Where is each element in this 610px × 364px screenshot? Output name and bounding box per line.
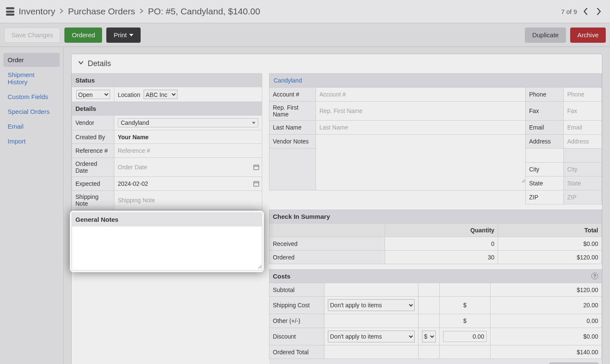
chevron-down-icon — [129, 34, 133, 36]
details-section-header[interactable]: Details — [72, 54, 602, 73]
ordered-date-label: Ordered Date — [72, 158, 114, 177]
fax-input[interactable] — [567, 107, 598, 115]
location-label: Location — [118, 91, 140, 98]
sidebar-item-import[interactable]: Import — [3, 134, 60, 148]
last-name-label: Last Name — [269, 121, 316, 135]
breadcrumb-bar: Inventory Purchase Orders PO: #5, Candyl… — [0, 0, 610, 23]
shipping-cost-label: Shipping Cost — [269, 297, 324, 314]
checkin-header: Check In Summary — [269, 210, 602, 223]
vendor-notes-textarea[interactable] — [316, 141, 525, 183]
chevron-right-icon — [139, 7, 144, 16]
action-bar: Save Changes Ordered Print Duplicate Arc… — [0, 23, 610, 47]
zip-input[interactable] — [567, 193, 598, 201]
archive-button[interactable]: Archive — [570, 28, 606, 43]
reference-input[interactable] — [118, 146, 258, 155]
apply-changes-button: Apply changes — [549, 362, 599, 364]
duplicate-button[interactable]: Duplicate — [525, 28, 566, 43]
subtotal-value: $120.00 — [490, 283, 602, 297]
city-input[interactable] — [567, 165, 598, 174]
details-subheader: Details — [72, 102, 262, 116]
email-input[interactable] — [567, 123, 598, 132]
inventory-icon — [6, 7, 14, 16]
discount-apply-select[interactable]: Don't apply to items — [328, 331, 415, 342]
expected-input[interactable] — [118, 179, 258, 188]
discount-amount-input[interactable] — [443, 331, 487, 342]
shipping-currency: $ — [439, 297, 490, 314]
general-notes-header: General Notes — [72, 213, 262, 226]
shipping-note-label: Shipping Note — [72, 191, 114, 210]
costs-header: Costs ? — [269, 270, 602, 283]
status-header: Status — [72, 74, 262, 87]
breadcrumb-purchase-orders[interactable]: Purchase Orders — [68, 6, 135, 17]
email-label: Email — [526, 121, 564, 135]
zip-label: ZIP — [526, 190, 564, 204]
created-by-value: Your Name — [118, 134, 149, 141]
ordered-status-button[interactable]: Ordered — [64, 28, 102, 43]
rep-first-name-input[interactable] — [319, 107, 522, 115]
phone-input[interactable] — [567, 90, 598, 99]
state-input[interactable] — [567, 179, 598, 188]
shipping-cost-input[interactable] — [494, 301, 598, 309]
breadcrumb-current: PO: #5, Candyland, $140.00 — [148, 6, 260, 17]
address-label: Address — [526, 135, 564, 149]
shipping-apply-select[interactable]: Don't apply to items — [328, 299, 415, 311]
vendor-label: Vendor — [72, 116, 114, 130]
pager-text: 7 of 9 — [561, 8, 577, 15]
calendar-icon[interactable] — [253, 181, 259, 187]
discount-value: $0.00 — [490, 328, 602, 345]
discount-currency-select[interactable]: $ — [422, 331, 436, 342]
sidebar-item-email[interactable]: Email — [3, 119, 60, 133]
state-label: State — [526, 176, 564, 190]
other-currency: $ — [439, 314, 490, 328]
expected-label: Expected — [72, 177, 114, 191]
fax-label: Fax — [526, 102, 564, 121]
ordered-total-label: Ordered Total — [269, 345, 324, 359]
chevron-down-icon — [78, 59, 84, 68]
received-qty: 0 — [385, 237, 498, 251]
location-select[interactable]: ABC Inc — [144, 90, 177, 99]
sidebar-item-order[interactable]: Order — [3, 53, 60, 67]
save-changes-button: Save Changes — [4, 28, 60, 43]
last-name-input[interactable] — [319, 123, 522, 132]
ordered-row-label: Ordered — [269, 251, 385, 264]
pager-prev-button[interactable] — [580, 4, 591, 19]
created-by-label: Created By — [72, 130, 114, 144]
vendor-link[interactable]: Candyland — [274, 77, 302, 84]
breadcrumb-inventory[interactable]: Inventory — [19, 6, 55, 17]
account-label: Account # — [269, 88, 316, 102]
general-notes-textarea[interactable] — [72, 226, 262, 269]
sidebar: Order Shipment History Custom Fields Spe… — [0, 47, 64, 364]
subtotal-label: Subtotal — [269, 283, 324, 297]
discount-label: Discount — [269, 328, 324, 345]
svg-rect-0 — [254, 165, 259, 170]
reference-label: Reference # — [72, 144, 114, 158]
ordered-date-input[interactable] — [118, 163, 258, 171]
sidebar-item-custom-fields[interactable]: Custom Fields — [3, 90, 60, 104]
vendor-notes-label: Vendor Notes — [269, 135, 316, 149]
ordered-total-value: $140.00 — [490, 345, 602, 359]
sidebar-item-shipment-history[interactable]: Shipment History — [3, 68, 60, 89]
print-button[interactable]: Print — [106, 28, 141, 43]
ordered-qty: 30 — [385, 251, 498, 264]
shipping-note-input[interactable] — [118, 196, 258, 204]
city-label: City — [526, 163, 564, 176]
received-label: Received — [269, 237, 385, 251]
chevron-right-icon — [59, 7, 64, 16]
pager-next-button[interactable] — [594, 4, 604, 19]
ordered-total: $120.00 — [498, 251, 602, 264]
other-label: Other (+/-) — [269, 314, 324, 328]
calendar-icon[interactable] — [253, 164, 259, 170]
details-section-title: Details — [88, 59, 111, 68]
help-icon[interactable]: ? — [591, 273, 598, 279]
other-input[interactable] — [494, 317, 598, 325]
sidebar-item-special-orders[interactable]: Special Orders — [3, 105, 60, 119]
vendor-select[interactable]: Candyland — [118, 118, 258, 127]
received-total: $0.00 — [498, 237, 602, 251]
phone-label: Phone — [526, 88, 564, 102]
address2-input[interactable] — [567, 151, 598, 160]
account-input[interactable] — [319, 90, 522, 99]
chevron-down-icon — [252, 122, 255, 124]
address-input[interactable] — [567, 137, 598, 146]
print-button-label: Print — [114, 31, 127, 39]
status-select[interactable]: Open — [76, 90, 110, 99]
